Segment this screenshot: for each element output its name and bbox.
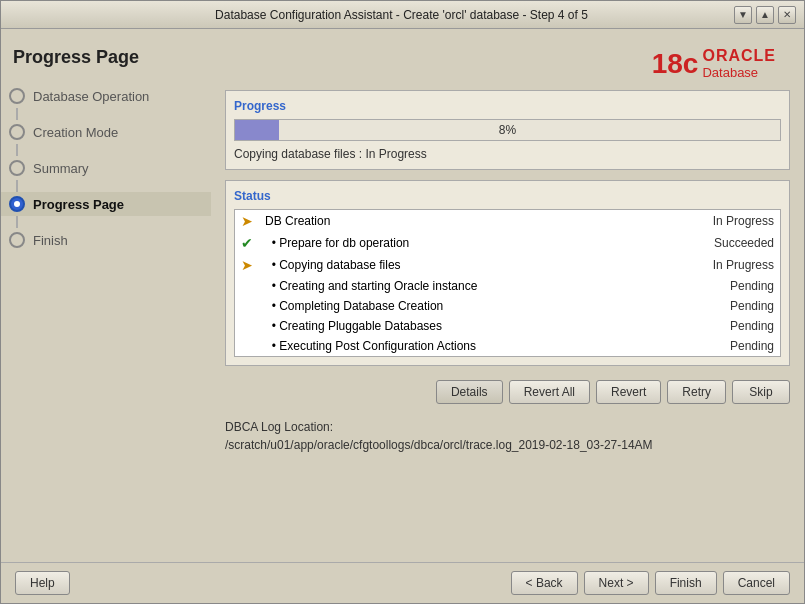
bottom-right: < Back Next > Finish Cancel [511, 571, 790, 595]
nav-circle-creation-mode [9, 124, 25, 140]
nav-connector-4 [16, 216, 18, 228]
nav-circle-progress-page [9, 196, 25, 212]
nav-label-progress-page: Progress Page [33, 197, 124, 212]
status-section: Status ➤ DB Creation [225, 180, 790, 366]
status-item-label: • Completing Database Creation [259, 296, 652, 316]
nav-label-finish: Finish [33, 233, 68, 248]
table-row: ✔ • Prepare for db operation Succeeded [235, 232, 780, 254]
status-table-container: ➤ DB Creation In Progress ✔ [234, 209, 781, 357]
status-item-status: Pending [652, 296, 780, 316]
progress-bar-fill [235, 120, 279, 140]
table-row: • Completing Database Creation Pending [235, 296, 780, 316]
window-title: Database Configuration Assistant - Creat… [69, 8, 734, 22]
status-item-status: Pending [652, 316, 780, 336]
nav-circle-summary [9, 160, 25, 176]
table-row: ➤ DB Creation In Progress [235, 210, 780, 232]
oracle-logo: 18c ORACLE Database [225, 39, 790, 80]
table-row: • Creating and starting Oracle instance … [235, 276, 780, 296]
page-title: Progress Page [1, 39, 211, 84]
oracle-text: ORACLE Database [702, 47, 776, 80]
oracle-version: 18c [652, 48, 699, 80]
nav-circle-database-operation [9, 88, 25, 104]
right-panel: 18c ORACLE Database Progress 8% Copying … [211, 29, 804, 562]
progress-bar-container: 8% [234, 119, 781, 141]
status-icon-cell: ➤ [235, 254, 259, 276]
progress-percent: 8% [499, 123, 516, 137]
nav-connector-3 [16, 180, 18, 192]
in-progress-icon-2: ➤ [241, 257, 253, 273]
main-window: Database Configuration Assistant - Creat… [0, 0, 805, 604]
status-label: Status [234, 189, 781, 203]
status-item-label: • Prepare for db operation [259, 232, 652, 254]
progress-label: Progress [234, 99, 781, 113]
oracle-product: Database [702, 65, 758, 80]
nav-item-progress-page[interactable]: Progress Page [1, 192, 211, 216]
progress-status-text: Copying database files : In Progress [234, 147, 781, 161]
status-item-label: • Executing Post Configuration Actions [259, 336, 652, 356]
nav-circle-finish [9, 232, 25, 248]
revert-all-button[interactable]: Revert All [509, 380, 590, 404]
bottom-left: Help [15, 571, 70, 595]
main-content: Progress Page Database Operation Creatio… [1, 29, 804, 562]
status-item-status: In Prugress [652, 254, 780, 276]
table-row: ➤ • Copying database files In Prugress [235, 254, 780, 276]
status-icon-cell [235, 276, 259, 296]
left-panel: Progress Page Database Operation Creatio… [1, 29, 211, 562]
table-row: • Executing Post Configuration Actions P… [235, 336, 780, 356]
status-item-status: Pending [652, 336, 780, 356]
status-icon-cell [235, 316, 259, 336]
status-item-label: • Creating Pluggable Databases [259, 316, 652, 336]
status-table: ➤ DB Creation In Progress ✔ [235, 210, 780, 356]
nav-item-summary[interactable]: Summary [1, 156, 211, 180]
check-icon: ✔ [241, 235, 253, 251]
nav-item-finish[interactable]: Finish [1, 228, 211, 252]
status-item-label: • Copying database files [259, 254, 652, 276]
nav-items: Database Operation Creation Mode Summary… [1, 84, 211, 252]
window-controls: ▼ ▲ ✕ [734, 6, 796, 24]
finish-button[interactable]: Finish [655, 571, 717, 595]
nav-label-summary: Summary [33, 161, 89, 176]
nav-item-database-operation[interactable]: Database Operation [1, 84, 211, 108]
status-icon-cell [235, 296, 259, 316]
action-buttons: Details Revert All Revert Retry Skip [225, 380, 790, 404]
progress-section: Progress 8% Copying database files : In … [225, 90, 790, 170]
status-item-status: In Progress [652, 210, 780, 232]
maximize-button[interactable]: ▲ [756, 6, 774, 24]
close-button[interactable]: ✕ [778, 6, 796, 24]
help-button[interactable]: Help [15, 571, 70, 595]
back-button[interactable]: < Back [511, 571, 578, 595]
log-location: DBCA Log Location: /scratch/u01/app/orac… [225, 418, 790, 454]
minimize-button[interactable]: ▼ [734, 6, 752, 24]
status-item-status: Pending [652, 276, 780, 296]
log-path: /scratch/u01/app/oracle/cfgtoollogs/dbca… [225, 436, 790, 454]
details-button[interactable]: Details [436, 380, 503, 404]
skip-button[interactable]: Skip [732, 380, 790, 404]
status-item-label: • Creating and starting Oracle instance [259, 276, 652, 296]
title-bar: Database Configuration Assistant - Creat… [1, 1, 804, 29]
status-item-label: DB Creation [259, 210, 652, 232]
nav-label-database-operation: Database Operation [33, 89, 149, 104]
nav-connector-1 [16, 108, 18, 120]
status-icon-cell: ➤ [235, 210, 259, 232]
next-button[interactable]: Next > [584, 571, 649, 595]
nav-item-creation-mode[interactable]: Creation Mode [1, 120, 211, 144]
cancel-button[interactable]: Cancel [723, 571, 790, 595]
in-progress-icon: ➤ [241, 213, 253, 229]
status-item-status: Succeeded [652, 232, 780, 254]
oracle-brand: ORACLE [702, 47, 776, 65]
nav-label-creation-mode: Creation Mode [33, 125, 118, 140]
table-row: • Creating Pluggable Databases Pending [235, 316, 780, 336]
nav-connector-2 [16, 144, 18, 156]
status-icon-cell [235, 336, 259, 356]
status-icon-cell: ✔ [235, 232, 259, 254]
log-label: DBCA Log Location: [225, 418, 790, 436]
retry-button[interactable]: Retry [667, 380, 726, 404]
bottom-bar: Help < Back Next > Finish Cancel [1, 562, 804, 603]
revert-button[interactable]: Revert [596, 380, 661, 404]
